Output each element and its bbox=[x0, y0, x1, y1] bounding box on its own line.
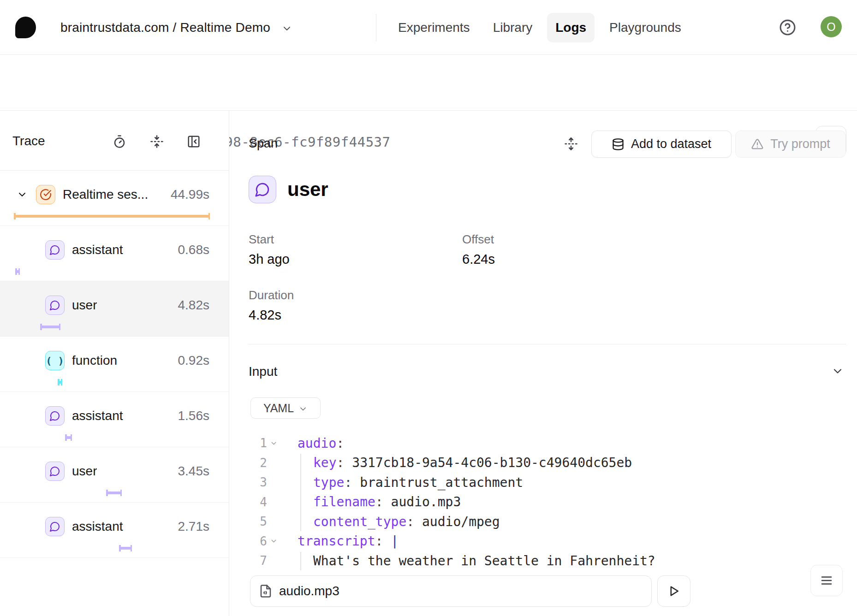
format-select[interactable]: YAML bbox=[250, 397, 321, 419]
line-number: 1 bbox=[249, 436, 267, 450]
line-number: 6 bbox=[249, 534, 267, 548]
menu-button[interactable] bbox=[810, 565, 843, 596]
stopwatch-icon[interactable] bbox=[113, 135, 126, 148]
add-to-dataset-label: Add to dataset bbox=[631, 137, 711, 151]
breadcrumb[interactable]: braintrustdata.com / Realtime Demo bbox=[60, 20, 292, 35]
span-name: assistant bbox=[72, 519, 123, 534]
span-title: user bbox=[287, 178, 328, 201]
trace-row-user-selected[interactable]: user 4.82s bbox=[0, 281, 229, 337]
span-name: assistant bbox=[72, 243, 123, 257]
trace-row-assistant[interactable]: assistant 2.71s bbox=[0, 503, 229, 558]
top-nav-bar: braintrustdata.com / Realtime Demo Exper… bbox=[0, 0, 857, 55]
duration-value: 4.82s bbox=[249, 308, 281, 323]
audio-attachment[interactable]: audio.mp3 bbox=[250, 575, 652, 607]
span-name: function bbox=[72, 353, 117, 368]
code-line: 7 What's the weather in Seattle in Fahre… bbox=[249, 551, 655, 571]
line-number: 3 bbox=[249, 475, 267, 489]
timeline-bar bbox=[14, 215, 210, 218]
check-circle-icon bbox=[36, 185, 55, 204]
attachment-filename: audio.mp3 bbox=[279, 584, 339, 598]
code-line: 1 audio: bbox=[249, 433, 655, 453]
nav-experiments[interactable]: Experiments bbox=[390, 13, 478, 42]
code-line: 5 content_type: audio/mpeg bbox=[249, 512, 655, 532]
trace-toolbar: 9e08fc2d-c84d-4f98-8ec6-fc9f89f44537 bbox=[0, 55, 857, 111]
main-nav: Experiments Library Logs Playgrounds bbox=[390, 0, 690, 55]
chevron-down-icon bbox=[281, 23, 292, 34]
breadcrumb-label: braintrustdata.com / Realtime Demo bbox=[60, 20, 270, 35]
trace-row-user[interactable]: user 3.45s bbox=[0, 447, 229, 503]
span-name: user bbox=[72, 298, 97, 313]
timeline-bar bbox=[119, 547, 132, 550]
span-name: assistant bbox=[72, 409, 123, 423]
span-panel-title: Span bbox=[249, 136, 278, 151]
span-duration: 3.45s bbox=[178, 464, 210, 479]
trace-title: Trace bbox=[12, 134, 45, 148]
span-name: Realtime ses... bbox=[63, 187, 148, 202]
timeline-bar bbox=[65, 436, 72, 439]
span-panel: Span Add to dataset Try prompt user Star… bbox=[229, 111, 857, 616]
fold-chevron-icon[interactable] bbox=[267, 537, 280, 545]
duration-label: Duration bbox=[249, 288, 294, 302]
audio-file-icon bbox=[259, 584, 273, 598]
timeline-bar bbox=[15, 270, 20, 273]
line-number: 5 bbox=[249, 515, 267, 528]
offset-value: 6.24s bbox=[462, 252, 495, 267]
yaml-code-block: 1 audio: 2 key: 3317cb18-9a54-4c06-b130-… bbox=[249, 433, 655, 571]
trace-row-function[interactable]: ( ) function 0.92s bbox=[0, 337, 229, 392]
section-divider bbox=[249, 344, 846, 344]
chat-bubble-icon bbox=[249, 176, 276, 203]
chevron-down-icon bbox=[298, 404, 308, 414]
input-heading: Input bbox=[249, 364, 277, 379]
line-number: 4 bbox=[249, 495, 267, 509]
chat-bubble-icon bbox=[45, 462, 65, 481]
unfold-vertical-icon[interactable] bbox=[564, 137, 578, 151]
timeline-bar bbox=[106, 492, 122, 494]
trace-sidebar-header: Trace bbox=[0, 111, 229, 171]
code-line: 3 type: braintrust_attachment bbox=[249, 473, 655, 492]
chevron-down-icon[interactable] bbox=[831, 365, 844, 378]
chat-bubble-icon bbox=[45, 517, 65, 536]
timeline-bar bbox=[58, 381, 62, 384]
trace-row-assistant[interactable]: assistant 1.56s bbox=[0, 392, 229, 447]
nav-playgrounds[interactable]: Playgrounds bbox=[601, 13, 690, 42]
span-duration: 1.56s bbox=[178, 409, 210, 423]
line-number: 7 bbox=[249, 554, 267, 568]
span-title-row: user bbox=[249, 176, 328, 203]
database-icon bbox=[612, 138, 625, 151]
header-divider bbox=[376, 14, 376, 41]
nav-logs[interactable]: Logs bbox=[547, 13, 595, 42]
fold-vertical-icon[interactable] bbox=[150, 135, 164, 148]
code-line: 2 key: 3317cb18-9a54-4c06-b130-c49640dc6… bbox=[249, 453, 655, 473]
offset-label: Offset bbox=[462, 232, 494, 247]
try-prompt-label: Try prompt bbox=[770, 137, 830, 151]
trace-row-session[interactable]: Realtime ses... 44.99s bbox=[0, 171, 229, 226]
panel-left-close-icon[interactable] bbox=[187, 135, 201, 148]
fold-chevron-icon[interactable] bbox=[267, 439, 280, 447]
chat-bubble-icon bbox=[45, 296, 65, 315]
braintrust-logo-icon[interactable] bbox=[15, 17, 36, 38]
nav-library[interactable]: Library bbox=[485, 13, 541, 42]
trace-row-assistant[interactable]: assistant 0.68s bbox=[0, 226, 229, 281]
play-icon bbox=[667, 584, 681, 598]
span-duration: 2.71s bbox=[178, 519, 210, 534]
trace-sidebar: Trace Realtime ses... 44.99s bbox=[0, 111, 229, 616]
chevron-down-icon[interactable] bbox=[17, 189, 28, 200]
chat-bubble-icon bbox=[45, 406, 65, 426]
span-name: user bbox=[72, 464, 97, 479]
warning-triangle-icon bbox=[751, 138, 764, 151]
chat-bubble-icon bbox=[45, 240, 65, 260]
span-duration: 0.68s bbox=[178, 243, 210, 257]
function-parens-icon: ( ) bbox=[45, 351, 65, 370]
span-duration: 0.92s bbox=[178, 353, 210, 368]
hamburger-icon bbox=[820, 574, 833, 587]
indent-guide bbox=[300, 552, 301, 570]
help-icon[interactable] bbox=[779, 19, 796, 36]
indent-guide bbox=[300, 454, 301, 531]
avatar[interactable]: O bbox=[821, 16, 842, 37]
timeline-bar bbox=[40, 326, 60, 328]
play-button[interactable] bbox=[657, 575, 690, 607]
add-to-dataset-button[interactable]: Add to dataset bbox=[591, 130, 732, 158]
try-prompt-button[interactable]: Try prompt bbox=[735, 130, 846, 158]
span-duration: 4.82s bbox=[178, 298, 210, 313]
code-line: 6 transcript: | bbox=[249, 532, 655, 551]
